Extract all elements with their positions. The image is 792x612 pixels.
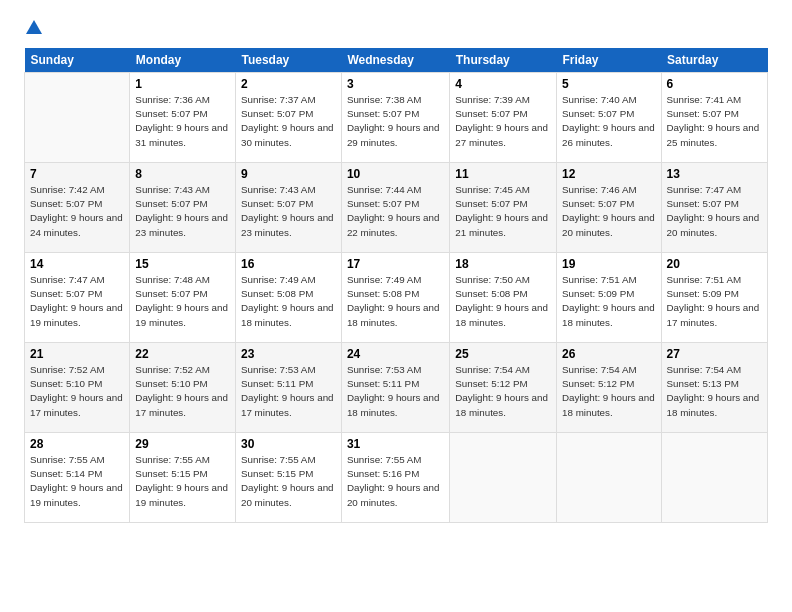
day-number: 31 (347, 437, 444, 451)
day-of-week-header: Sunday (25, 48, 130, 73)
calendar-cell: 8 Sunrise: 7:43 AMSunset: 5:07 PMDayligh… (130, 163, 236, 253)
day-info: Sunrise: 7:38 AMSunset: 5:07 PMDaylight:… (347, 93, 444, 150)
calendar-cell: 3 Sunrise: 7:38 AMSunset: 5:07 PMDayligh… (341, 73, 449, 163)
calendar-week-row: 14 Sunrise: 7:47 AMSunset: 5:07 PMDaylig… (25, 253, 768, 343)
day-info: Sunrise: 7:43 AMSunset: 5:07 PMDaylight:… (135, 183, 230, 240)
day-info: Sunrise: 7:51 AMSunset: 5:09 PMDaylight:… (562, 273, 656, 330)
day-number: 15 (135, 257, 230, 271)
day-number: 29 (135, 437, 230, 451)
day-info: Sunrise: 7:47 AMSunset: 5:07 PMDaylight:… (667, 183, 762, 240)
calendar-cell: 11 Sunrise: 7:45 AMSunset: 5:07 PMDaylig… (450, 163, 557, 253)
svg-marker-0 (26, 20, 42, 34)
calendar-cell: 12 Sunrise: 7:46 AMSunset: 5:07 PMDaylig… (557, 163, 662, 253)
day-of-week-header: Wednesday (341, 48, 449, 73)
calendar-cell: 14 Sunrise: 7:47 AMSunset: 5:07 PMDaylig… (25, 253, 130, 343)
calendar-cell (450, 433, 557, 523)
calendar-week-row: 21 Sunrise: 7:52 AMSunset: 5:10 PMDaylig… (25, 343, 768, 433)
day-number: 28 (30, 437, 124, 451)
day-info: Sunrise: 7:55 AMSunset: 5:16 PMDaylight:… (347, 453, 444, 510)
page: SundayMondayTuesdayWednesdayThursdayFrid… (0, 0, 792, 612)
calendar-cell: 15 Sunrise: 7:48 AMSunset: 5:07 PMDaylig… (130, 253, 236, 343)
day-number: 20 (667, 257, 762, 271)
calendar-cell (25, 73, 130, 163)
day-number: 4 (455, 77, 551, 91)
calendar-cell: 6 Sunrise: 7:41 AMSunset: 5:07 PMDayligh… (661, 73, 767, 163)
day-info: Sunrise: 7:39 AMSunset: 5:07 PMDaylight:… (455, 93, 551, 150)
calendar-cell: 23 Sunrise: 7:53 AMSunset: 5:11 PMDaylig… (235, 343, 341, 433)
day-info: Sunrise: 7:45 AMSunset: 5:07 PMDaylight:… (455, 183, 551, 240)
calendar-cell: 21 Sunrise: 7:52 AMSunset: 5:10 PMDaylig… (25, 343, 130, 433)
calendar-cell: 2 Sunrise: 7:37 AMSunset: 5:07 PMDayligh… (235, 73, 341, 163)
calendar-cell: 5 Sunrise: 7:40 AMSunset: 5:07 PMDayligh… (557, 73, 662, 163)
day-number: 27 (667, 347, 762, 361)
calendar-cell: 27 Sunrise: 7:54 AMSunset: 5:13 PMDaylig… (661, 343, 767, 433)
day-info: Sunrise: 7:55 AMSunset: 5:15 PMDaylight:… (241, 453, 336, 510)
day-number: 25 (455, 347, 551, 361)
calendar-cell: 17 Sunrise: 7:49 AMSunset: 5:08 PMDaylig… (341, 253, 449, 343)
day-number: 14 (30, 257, 124, 271)
calendar-week-row: 28 Sunrise: 7:55 AMSunset: 5:14 PMDaylig… (25, 433, 768, 523)
day-number: 19 (562, 257, 656, 271)
day-info: Sunrise: 7:41 AMSunset: 5:07 PMDaylight:… (667, 93, 762, 150)
day-of-week-header: Tuesday (235, 48, 341, 73)
calendar-cell: 4 Sunrise: 7:39 AMSunset: 5:07 PMDayligh… (450, 73, 557, 163)
calendar-cell: 28 Sunrise: 7:55 AMSunset: 5:14 PMDaylig… (25, 433, 130, 523)
calendar-cell: 24 Sunrise: 7:53 AMSunset: 5:11 PMDaylig… (341, 343, 449, 433)
calendar-cell: 7 Sunrise: 7:42 AMSunset: 5:07 PMDayligh… (25, 163, 130, 253)
day-number: 9 (241, 167, 336, 181)
day-info: Sunrise: 7:52 AMSunset: 5:10 PMDaylight:… (30, 363, 124, 420)
day-number: 23 (241, 347, 336, 361)
logo (24, 20, 42, 36)
calendar-cell: 25 Sunrise: 7:54 AMSunset: 5:12 PMDaylig… (450, 343, 557, 433)
day-number: 16 (241, 257, 336, 271)
calendar-week-row: 1 Sunrise: 7:36 AMSunset: 5:07 PMDayligh… (25, 73, 768, 163)
calendar-cell: 26 Sunrise: 7:54 AMSunset: 5:12 PMDaylig… (557, 343, 662, 433)
day-number: 17 (347, 257, 444, 271)
day-info: Sunrise: 7:48 AMSunset: 5:07 PMDaylight:… (135, 273, 230, 330)
day-of-week-header: Friday (557, 48, 662, 73)
day-of-week-header: Thursday (450, 48, 557, 73)
calendar-cell: 16 Sunrise: 7:49 AMSunset: 5:08 PMDaylig… (235, 253, 341, 343)
calendar-cell: 13 Sunrise: 7:47 AMSunset: 5:07 PMDaylig… (661, 163, 767, 253)
day-info: Sunrise: 7:43 AMSunset: 5:07 PMDaylight:… (241, 183, 336, 240)
day-info: Sunrise: 7:51 AMSunset: 5:09 PMDaylight:… (667, 273, 762, 330)
header (24, 20, 768, 36)
day-info: Sunrise: 7:37 AMSunset: 5:07 PMDaylight:… (241, 93, 336, 150)
day-info: Sunrise: 7:36 AMSunset: 5:07 PMDaylight:… (135, 93, 230, 150)
day-number: 8 (135, 167, 230, 181)
day-number: 18 (455, 257, 551, 271)
day-info: Sunrise: 7:50 AMSunset: 5:08 PMDaylight:… (455, 273, 551, 330)
calendar-cell: 10 Sunrise: 7:44 AMSunset: 5:07 PMDaylig… (341, 163, 449, 253)
day-number: 13 (667, 167, 762, 181)
day-info: Sunrise: 7:55 AMSunset: 5:15 PMDaylight:… (135, 453, 230, 510)
day-info: Sunrise: 7:46 AMSunset: 5:07 PMDaylight:… (562, 183, 656, 240)
day-number: 10 (347, 167, 444, 181)
calendar-week-row: 7 Sunrise: 7:42 AMSunset: 5:07 PMDayligh… (25, 163, 768, 253)
day-number: 7 (30, 167, 124, 181)
day-number: 26 (562, 347, 656, 361)
calendar-cell: 18 Sunrise: 7:50 AMSunset: 5:08 PMDaylig… (450, 253, 557, 343)
calendar-cell: 19 Sunrise: 7:51 AMSunset: 5:09 PMDaylig… (557, 253, 662, 343)
day-info: Sunrise: 7:47 AMSunset: 5:07 PMDaylight:… (30, 273, 124, 330)
logo-triangle-icon (26, 20, 42, 38)
calendar: SundayMondayTuesdayWednesdayThursdayFrid… (24, 48, 768, 523)
day-of-week-header: Monday (130, 48, 236, 73)
day-info: Sunrise: 7:49 AMSunset: 5:08 PMDaylight:… (347, 273, 444, 330)
calendar-cell: 30 Sunrise: 7:55 AMSunset: 5:15 PMDaylig… (235, 433, 341, 523)
day-number: 2 (241, 77, 336, 91)
calendar-header-row: SundayMondayTuesdayWednesdayThursdayFrid… (25, 48, 768, 73)
day-info: Sunrise: 7:54 AMSunset: 5:12 PMDaylight:… (455, 363, 551, 420)
day-info: Sunrise: 7:42 AMSunset: 5:07 PMDaylight:… (30, 183, 124, 240)
day-info: Sunrise: 7:53 AMSunset: 5:11 PMDaylight:… (241, 363, 336, 420)
calendar-cell: 31 Sunrise: 7:55 AMSunset: 5:16 PMDaylig… (341, 433, 449, 523)
calendar-cell: 9 Sunrise: 7:43 AMSunset: 5:07 PMDayligh… (235, 163, 341, 253)
day-info: Sunrise: 7:54 AMSunset: 5:12 PMDaylight:… (562, 363, 656, 420)
day-number: 22 (135, 347, 230, 361)
day-info: Sunrise: 7:54 AMSunset: 5:13 PMDaylight:… (667, 363, 762, 420)
day-number: 6 (667, 77, 762, 91)
calendar-cell: 1 Sunrise: 7:36 AMSunset: 5:07 PMDayligh… (130, 73, 236, 163)
day-number: 1 (135, 77, 230, 91)
day-info: Sunrise: 7:49 AMSunset: 5:08 PMDaylight:… (241, 273, 336, 330)
day-number: 5 (562, 77, 656, 91)
day-info: Sunrise: 7:52 AMSunset: 5:10 PMDaylight:… (135, 363, 230, 420)
